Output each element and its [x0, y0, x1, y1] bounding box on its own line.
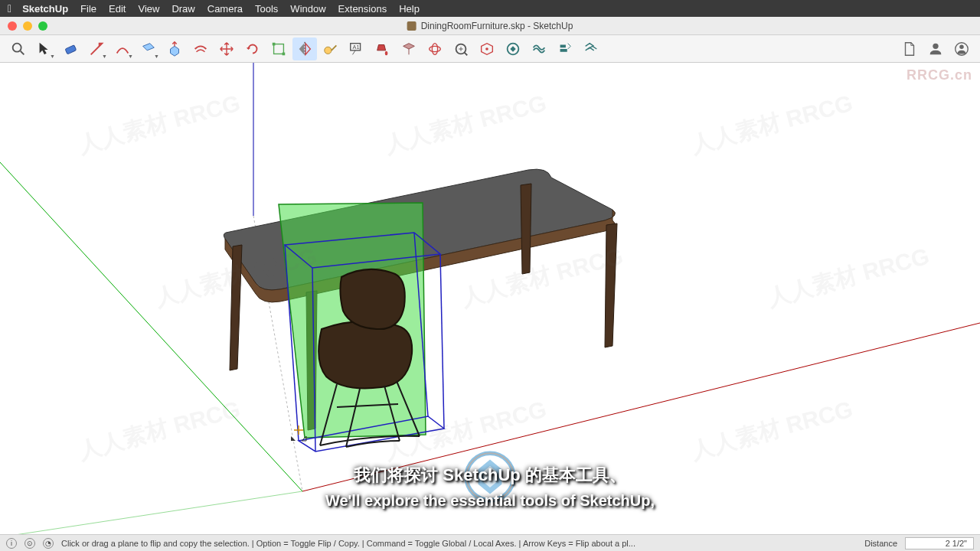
toolbar: ▼ ▼ ▼ ▼ A1: [0, 35, 980, 63]
status-hint: Click or drag a plane to flip and copy t…: [61, 539, 857, 548]
search-tool[interactable]: [6, 37, 31, 60]
menu-camera[interactable]: Camera: [207, 3, 243, 15]
eraser-tool[interactable]: [58, 37, 83, 60]
help-icon[interactable]: [949, 37, 974, 60]
minimize-window-icon[interactable]: [23, 21, 32, 31]
profile-icon[interactable]: ◔: [43, 538, 54, 549]
window-title: DiningRoomFurniture.skp - SketchUp: [407, 21, 573, 31]
svg-rect-5: [283, 52, 286, 55]
menu-help[interactable]: Help: [399, 3, 420, 15]
offset-tool[interactable]: [188, 37, 213, 60]
pushpull-tool[interactable]: [162, 37, 187, 60]
svg-point-7: [325, 47, 332, 54]
menu-file[interactable]: File: [80, 3, 96, 15]
warehouse-tool[interactable]: [501, 37, 525, 60]
chevron-down-icon: ▼: [154, 54, 159, 59]
apple-logo-icon[interactable]: : [8, 2, 11, 15]
chevron-down-icon: ▼: [50, 54, 55, 59]
svg-point-12: [430, 46, 441, 51]
svg-point-13: [432, 43, 437, 54]
select-tool[interactable]: ▼: [32, 37, 57, 60]
text-tool[interactable]: A1: [345, 37, 369, 60]
menu-edit[interactable]: Edit: [109, 3, 126, 15]
svg-rect-2: [65, 44, 77, 54]
rectangle-tool[interactable]: ▼: [136, 37, 161, 60]
svg-line-30: [440, 254, 444, 429]
viewport-3d[interactable]: 人人素材 RRCG 人人素材 RRCG 人人素材 RRCG 人人素材 RRCG …: [0, 63, 980, 534]
svg-point-18: [485, 47, 488, 51]
menubar:  SketchUp File Edit View Draw Camera To…: [0, 0, 980, 17]
titlebar: DiningRoomFurniture.skp - SketchUp: [0, 17, 980, 35]
flip-tool[interactable]: [292, 37, 317, 60]
svg-line-25: [0, 491, 302, 534]
pan-tool[interactable]: [449, 37, 473, 60]
svg-rect-4: [273, 42, 276, 45]
move-tool[interactable]: [214, 37, 239, 60]
rotate-tool[interactable]: [240, 37, 265, 60]
orbit-tool[interactable]: [423, 37, 447, 60]
svg-point-22: [959, 44, 964, 49]
svg-line-1: [21, 51, 24, 54]
menu-extensions[interactable]: Extensions: [338, 3, 387, 15]
tape-tool[interactable]: [318, 37, 343, 60]
extensions-tool[interactable]: [527, 37, 551, 60]
window-controls: [8, 21, 47, 31]
menu-tools[interactable]: Tools: [255, 3, 278, 15]
zoom-tool[interactable]: [475, 37, 499, 60]
svg-point-0: [13, 43, 21, 51]
menu-view[interactable]: View: [138, 3, 159, 15]
menu-draw[interactable]: Draw: [172, 3, 194, 15]
statusbar: i ⊙ ◔ Click or drag a plane to flip and …: [0, 534, 980, 551]
distance-input[interactable]: 2 1/2": [905, 537, 974, 549]
model-canvas[interactable]: [0, 63, 980, 534]
svg-line-23: [0, 162, 302, 491]
distance-label: Distance: [864, 539, 897, 548]
scale-tool[interactable]: [266, 37, 291, 60]
tags-tool[interactable]: [553, 37, 577, 60]
chevron-down-icon: ▼: [128, 54, 133, 59]
geo-icon[interactable]: ⊙: [24, 538, 35, 549]
info-icon[interactable]: i: [6, 538, 17, 549]
section-tool[interactable]: [397, 37, 421, 60]
maximize-window-icon[interactable]: [38, 21, 47, 31]
paint-tool[interactable]: [371, 37, 395, 60]
window-title-text: DiningRoomFurniture.skp - SketchUp: [421, 21, 573, 31]
menu-window[interactable]: Window: [290, 3, 325, 15]
user-icon[interactable]: [923, 37, 948, 60]
svg-point-10: [385, 51, 388, 55]
new-file-icon[interactable]: [897, 37, 922, 60]
svg-rect-3: [274, 44, 284, 54]
app-name[interactable]: SketchUp: [22, 3, 68, 15]
svg-text:A1: A1: [353, 44, 360, 51]
svg-point-20: [933, 43, 938, 48]
arc-tool[interactable]: ▼: [110, 37, 135, 60]
line-tool[interactable]: ▼: [84, 37, 109, 60]
close-window-icon[interactable]: [8, 21, 17, 31]
outliner-tool[interactable]: [579, 37, 603, 60]
svg-line-15: [465, 52, 468, 55]
file-icon: [407, 21, 416, 31]
chevron-down-icon: ▼: [102, 54, 107, 59]
